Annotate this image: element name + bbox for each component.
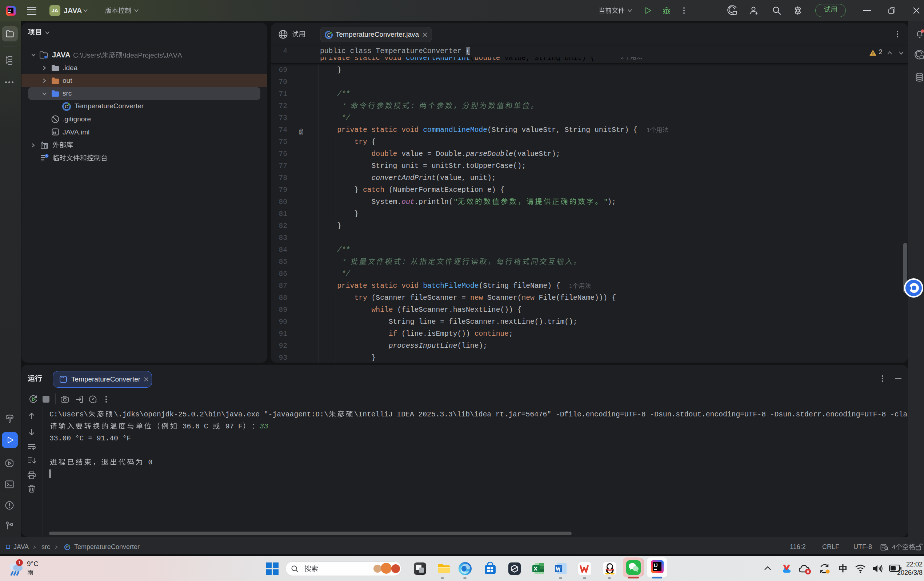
svg-text:C: C	[65, 104, 68, 109]
